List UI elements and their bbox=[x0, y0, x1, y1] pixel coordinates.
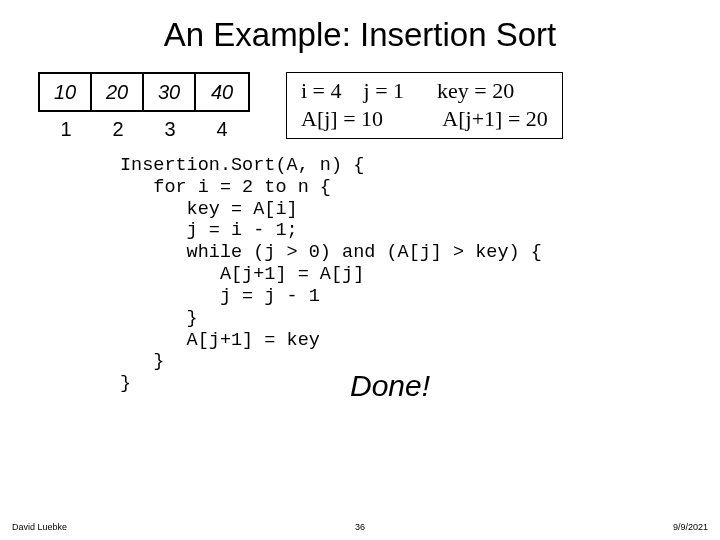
array-cell: 20 bbox=[92, 74, 144, 110]
array-cell: 10 bbox=[40, 74, 92, 110]
state-box: i = 4 j = 1 key = 20 A[j] = 10 A[j+1] = … bbox=[286, 72, 563, 139]
array-index: 4 bbox=[196, 118, 248, 141]
array-cell: 30 bbox=[144, 74, 196, 110]
footer-page: 36 bbox=[12, 522, 708, 532]
state-line-1: i = 4 j = 1 key = 20 bbox=[301, 77, 548, 105]
array-cell: 40 bbox=[196, 74, 248, 110]
array-block: 10 20 30 40 1 2 3 4 bbox=[38, 72, 250, 141]
array-cells: 10 20 30 40 bbox=[38, 72, 250, 112]
array-index: 3 bbox=[144, 118, 196, 141]
code-block: Insertion.Sort(A, n) { for i = 2 to n { … bbox=[120, 155, 690, 395]
array-index: 1 bbox=[40, 118, 92, 141]
top-row: 10 20 30 40 1 2 3 4 i = 4 j = 1 key = 20… bbox=[38, 72, 690, 141]
state-line-2: A[j] = 10 A[j+1] = 20 bbox=[301, 105, 548, 133]
page-title: An Example: Insertion Sort bbox=[30, 16, 690, 54]
array-index: 2 bbox=[92, 118, 144, 141]
done-label: Done! bbox=[350, 369, 690, 403]
footer: David Luebke 36 9/9/2021 bbox=[12, 522, 708, 532]
array-indices: 1 2 3 4 bbox=[40, 118, 248, 141]
